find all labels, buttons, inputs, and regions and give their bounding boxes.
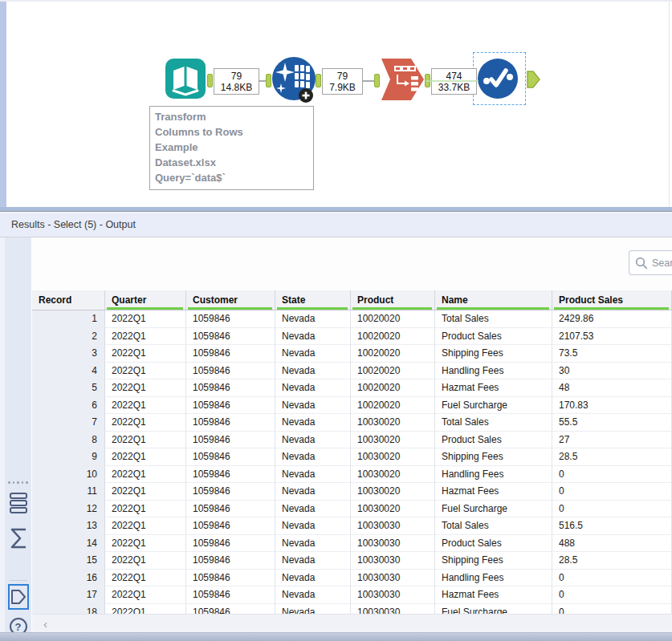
transpose-input-anchor[interactable] [374,74,380,87]
pane-divider[interactable] [0,207,672,212]
cell[interactable]: 1059846 [186,570,275,587]
cell[interactable]: 10030030 [351,552,435,570]
cell[interactable]: 10030020 [351,414,435,432]
transpose-tool[interactable] [381,59,424,100]
cell[interactable]: 10030030 [351,604,435,615]
cell[interactable]: Product Sales [435,535,552,553]
table-view-icon[interactable] [5,492,31,514]
cell[interactable]: 10030020 [351,432,435,449]
cell[interactable]: Product Sales [435,328,552,346]
cell[interactable]: Nevada [275,328,351,346]
cell[interactable]: 2429.86 [552,310,672,328]
cell[interactable]: 2022Q1 [105,363,186,380]
search-input[interactable] [652,258,672,269]
table-row[interactable]: 152022Q11059846Nevada10030030Shipping Fe… [32,552,672,570]
record-number-cell[interactable]: 12 [32,501,105,518]
table-row[interactable]: 112022Q11059846Nevada10030020Hazmat Fees… [32,483,672,501]
table-row[interactable]: 52022Q11059846Nevada10020020Hazmat Fees4… [32,379,672,397]
cell[interactable]: 2022Q1 [105,345,186,363]
column-header[interactable]: Customer [186,290,275,310]
cell[interactable]: 2022Q1 [105,586,186,604]
cell[interactable]: 2022Q1 [105,604,186,615]
scroll-left-chevron-icon[interactable]: ‹ [43,617,47,631]
workflow-canvas[interactable]: 79 14.8KB 79 7.9KB [0,0,672,207]
cell[interactable]: 0 [552,466,672,484]
column-header[interactable]: State [275,290,351,310]
record-number-cell[interactable]: 1 [32,310,105,328]
column-header[interactable]: Quarter [105,290,186,310]
cell[interactable]: Shipping Fees [435,345,552,363]
cell[interactable]: 27 [552,432,672,449]
table-row[interactable]: 22022Q11059846Nevada10020020Product Sale… [32,328,672,346]
cell[interactable]: Nevada [275,552,351,570]
column-header[interactable]: Product [351,290,435,310]
cell[interactable]: Nevada [275,586,351,604]
table-row[interactable]: 32022Q11059846Nevada10020020Shipping Fee… [32,345,672,363]
cell[interactable]: 0 [552,483,672,501]
column-header[interactable]: Product Sales [552,290,672,310]
record-number-cell[interactable]: 5 [32,379,105,397]
cell[interactable]: 1059846 [186,379,275,397]
cell[interactable]: Nevada [275,448,351,466]
cell[interactable]: 10030020 [351,483,435,501]
cell[interactable]: Nevada [275,379,351,397]
browse-output-anchor[interactable] [527,71,540,88]
column-header[interactable]: Record [32,290,105,310]
tool-annotation[interactable]: Transform Columns to Rows Example Datase… [149,106,314,190]
metadata-view-icon[interactable] [5,526,31,550]
cell[interactable]: 2022Q1 [105,501,186,518]
table-row[interactable]: 162022Q11059846Nevada10030030Handling Fe… [32,570,672,587]
record-number-cell[interactable]: 11 [32,483,105,501]
cell[interactable]: 10030030 [351,535,435,553]
table-row[interactable]: 102022Q11059846Nevada10030020Handling Fe… [32,466,672,484]
search-box[interactable] [629,250,672,275]
select-input-anchor[interactable] [266,74,271,87]
select-output-anchor[interactable] [316,74,321,87]
cell[interactable]: 488 [552,535,672,553]
record-number-cell[interactable]: 8 [32,432,105,449]
cell[interactable]: 10020020 [351,345,435,363]
cell[interactable]: 0 [552,570,672,587]
cell[interactable]: 2022Q1 [105,448,186,466]
cell[interactable]: Fuel Surcharge [435,397,552,415]
cell[interactable]: Nevada [275,345,351,363]
strip-drag-handle[interactable] [5,481,31,484]
cell[interactable]: 2022Q1 [105,552,186,570]
table-row[interactable]: 172022Q11059846Nevada10030030Hazmat Fees… [32,586,672,604]
record-number-cell[interactable]: 10 [32,466,105,484]
table-row[interactable]: 12022Q11059846Nevada10020020Total Sales2… [32,310,672,328]
table-row[interactable]: 82022Q11059846Nevada10030020Product Sale… [32,432,672,449]
cell[interactable]: 28.5 [552,448,672,466]
cell[interactable]: 1059846 [186,552,275,570]
cell[interactable]: Nevada [275,501,351,518]
cell[interactable]: 48 [552,379,672,397]
cell[interactable]: 2022Q1 [105,379,186,397]
cell[interactable]: 1059846 [186,483,275,501]
cell[interactable]: Nevada [275,570,351,587]
cell[interactable]: Nevada [275,363,351,380]
data-view-selected[interactable] [8,584,29,610]
cell[interactable]: 2022Q1 [105,397,186,415]
cell[interactable]: 10020020 [351,379,435,397]
record-number-cell[interactable]: 17 [32,586,105,604]
table-row[interactable]: 132022Q11059846Nevada10030030Total Sales… [32,517,672,535]
cell[interactable]: 1059846 [186,310,275,328]
cell[interactable]: Handling Fees [435,570,552,587]
cell[interactable]: Nevada [275,604,351,615]
cell[interactable]: Shipping Fees [435,552,552,570]
record-number-cell[interactable]: 4 [32,363,105,380]
cell[interactable]: 2022Q1 [105,570,186,587]
cell[interactable]: 10030030 [351,517,435,535]
cell[interactable]: 516.5 [552,517,672,535]
cell[interactable]: Fuel Surcharge [435,604,552,615]
cell[interactable]: 1059846 [186,604,275,615]
cell[interactable]: 1059846 [186,328,275,346]
cell[interactable]: Nevada [275,535,351,553]
cell[interactable]: 2022Q1 [105,414,186,432]
cell[interactable]: Nevada [275,397,351,415]
cell[interactable]: 10030020 [351,448,435,466]
cell[interactable]: 2022Q1 [105,328,186,346]
cell[interactable]: 10020020 [351,363,435,380]
cell[interactable]: Total Sales [435,310,552,328]
cell[interactable]: Shipping Fees [435,448,552,466]
